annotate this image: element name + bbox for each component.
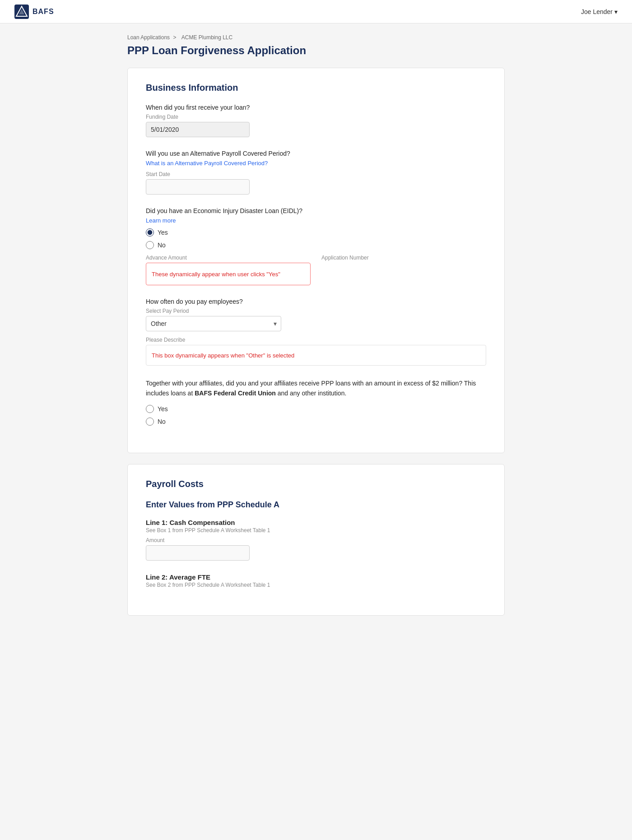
alt-payroll-question: Will you use an Alternative Payroll Cove…	[146, 150, 486, 157]
line2-group: Line 2: Average FTE See Box 2 from PPP S…	[146, 573, 486, 588]
affiliates-question-end: and any other institution.	[278, 390, 347, 397]
eidl-yes-label: Yes	[158, 229, 168, 236]
affiliates-radio-group: Yes No	[146, 405, 486, 426]
eidl-radio-group: Yes No	[146, 228, 486, 249]
breadcrumb-separator: >	[173, 34, 176, 41]
site-header: BAFS Joe Lender ▾	[0, 0, 632, 23]
start-date-input[interactable]	[146, 179, 250, 195]
payroll-subsection-title: Enter Values from PPP Schedule A	[146, 500, 486, 510]
logo-text: BAFS	[33, 8, 54, 16]
pay-question: How often do you pay employees?	[146, 298, 486, 305]
user-chevron-icon: ▾	[614, 8, 618, 15]
eidl-yes-radio[interactable]	[146, 228, 154, 237]
page-content: Loan Applications > ACME Plumbing LLC PP…	[113, 23, 519, 648]
please-describe-group: Please Describe This box dynamically app…	[146, 337, 486, 366]
loan-question: When did you first receive your loan?	[146, 104, 486, 111]
logo-area: BAFS	[14, 5, 54, 19]
loan-date-group: When did you first receive your loan? Fu…	[146, 104, 486, 137]
line1-subtitle: See Box 1 from PPP Schedule A Worksheet …	[146, 527, 486, 534]
application-number-field: Application Number	[321, 255, 486, 285]
eidl-no-label: No	[158, 241, 166, 249]
breadcrumb-company: ACME Plumbing LLC	[181, 34, 232, 41]
application-number-label: Application Number	[321, 255, 486, 261]
affiliates-question-text: Together with your affiliates, did you a…	[146, 378, 486, 399]
page-title: PPP Loan Forgiveness Application	[127, 44, 505, 57]
user-name: Joe Lender	[581, 8, 613, 15]
line1-title: Line 1: Cash Compensation	[146, 519, 486, 526]
dynamic-eidl-notice: These dynamically appear when user click…	[152, 271, 280, 278]
eidl-yes-option[interactable]: Yes	[146, 228, 486, 237]
funding-date-input[interactable]	[146, 122, 250, 137]
dynamic-describe-notice: This box dynamically appears when "Other…	[152, 352, 294, 359]
payroll-costs-card: Payroll Costs Enter Values from PPP Sche…	[127, 464, 505, 616]
start-date-label: Start Date	[146, 171, 486, 177]
line1-group: Line 1: Cash Compensation See Box 1 from…	[146, 519, 486, 561]
advance-amount-field: Advance Amount These dynamically appear …	[146, 255, 311, 285]
pay-period-select-wrapper: Weekly Bi-Weekly Semi-Monthly Monthly Ot…	[146, 316, 281, 331]
payroll-section-title: Payroll Costs	[146, 479, 486, 489]
funding-date-label: Funding Date	[146, 114, 486, 120]
amount-label: Amount	[146, 537, 486, 543]
eidl-dynamic-box: These dynamically appear when user click…	[146, 263, 311, 285]
business-info-card: Business Information When did you first …	[127, 68, 505, 453]
eidl-group: Did you have an Economic Injury Disaster…	[146, 207, 486, 285]
alt-payroll-link[interactable]: What is an Alternative Payroll Covered P…	[146, 160, 486, 167]
line2-title: Line 2: Average FTE	[146, 573, 486, 581]
pay-period-select[interactable]: Weekly Bi-Weekly Semi-Monthly Monthly Ot…	[146, 316, 281, 331]
affiliates-no-radio[interactable]	[146, 418, 154, 426]
describe-dynamic-box: This box dynamically appears when "Other…	[146, 345, 486, 366]
breadcrumb: Loan Applications > ACME Plumbing LLC	[127, 34, 505, 41]
please-describe-label: Please Describe	[146, 337, 486, 343]
eidl-question: Did you have an Economic Injury Disaster…	[146, 207, 486, 214]
alt-payroll-group: Will you use an Alternative Payroll Cove…	[146, 150, 486, 195]
bafs-logo-icon	[14, 5, 29, 19]
affiliates-group: Together with your affiliates, did you a…	[146, 378, 486, 426]
line2-subtitle: See Box 2 from PPP Schedule A Worksheet …	[146, 582, 486, 588]
line1-amount-input[interactable]	[146, 545, 250, 561]
eidl-no-radio[interactable]	[146, 241, 154, 249]
affiliates-yes-radio[interactable]	[146, 405, 154, 413]
business-info-section-title: Business Information	[146, 83, 486, 93]
pay-period-group: How often do you pay employees? Select P…	[146, 298, 486, 366]
select-pay-period-label: Select Pay Period	[146, 308, 486, 314]
affiliates-yes-option[interactable]: Yes	[146, 405, 486, 413]
affiliates-no-label: No	[158, 418, 166, 425]
breadcrumb-loan-applications[interactable]: Loan Applications	[127, 34, 170, 41]
user-menu[interactable]: Joe Lender ▾	[581, 8, 618, 15]
eidl-dynamic-fields: Advance Amount These dynamically appear …	[146, 255, 486, 285]
advance-amount-label: Advance Amount	[146, 255, 311, 261]
affiliates-bold: BAFS Federal Credit Union	[195, 390, 276, 397]
eidl-learn-more-link[interactable]: Learn more	[146, 217, 486, 224]
affiliates-yes-label: Yes	[158, 405, 168, 413]
eidl-no-option[interactable]: No	[146, 241, 486, 249]
affiliates-no-option[interactable]: No	[146, 418, 486, 426]
